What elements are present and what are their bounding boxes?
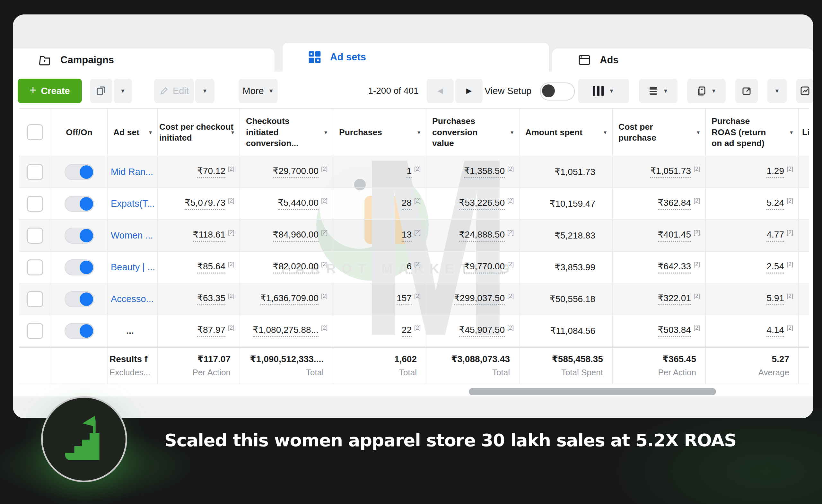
view-setup-toggle[interactable] bbox=[540, 82, 575, 100]
reports-button[interactable]: ▼ bbox=[687, 79, 726, 103]
checkouts-conversion-value: ₹29,700.00 bbox=[273, 166, 319, 178]
table-row: Expats(T... ₹5,079.73[2] ₹5,440.00[2] 28… bbox=[19, 188, 809, 220]
amount-spent-value: ₹1,051.73 bbox=[554, 166, 595, 177]
columns-button[interactable]: ▼ bbox=[578, 79, 629, 103]
roas-value: 1.29 bbox=[766, 166, 784, 178]
tab-ads[interactable]: Ads bbox=[552, 48, 813, 72]
cost-per-purchase-value: ₹1,051.73 bbox=[650, 166, 691, 178]
sort-caret-icon[interactable]: ▼ bbox=[323, 130, 328, 135]
chevron-down-icon: ▼ bbox=[120, 88, 125, 94]
column-header-off-on: Off/On bbox=[51, 109, 107, 156]
toggle-knob bbox=[80, 229, 93, 242]
edit-dropdown-button[interactable]: ▼ bbox=[195, 79, 215, 103]
ad-set-toggle[interactable] bbox=[64, 260, 94, 276]
tab-ads-label: Ads bbox=[600, 54, 619, 66]
column-header-amount-spent[interactable]: Amount spent▼ bbox=[519, 109, 612, 156]
ad-set-toggle[interactable] bbox=[64, 291, 94, 307]
scrollbar-thumb[interactable] bbox=[469, 388, 716, 395]
pencil-icon bbox=[159, 86, 169, 96]
sort-caret-icon[interactable]: ▼ bbox=[416, 130, 421, 135]
breakdown-button[interactable]: ▼ bbox=[639, 79, 678, 103]
ad-set-name-link[interactable]: Women ... bbox=[111, 230, 153, 241]
toggle-knob bbox=[80, 261, 93, 274]
table-row: ... ₹87.97[2] ₹1,080,275.88...[2] 22[2] … bbox=[19, 315, 809, 347]
pagination-range: 1-200 of 401 bbox=[361, 79, 425, 103]
row-checkbox[interactable] bbox=[27, 260, 43, 276]
toolbar: + Create ▼ Edit ▼ More ▼ 1-200 of 401 bbox=[13, 72, 813, 108]
ad-set-name-link[interactable]: Mid Ran... bbox=[111, 166, 153, 177]
row-checkbox[interactable] bbox=[27, 323, 43, 339]
ad-set-toggle[interactable] bbox=[64, 323, 94, 339]
open-external-icon bbox=[741, 86, 752, 96]
ad-set-name-link[interactable]: Accesso... bbox=[111, 294, 154, 304]
row-checkbox[interactable] bbox=[27, 164, 43, 180]
create-button[interactable]: + Create bbox=[18, 79, 82, 103]
view-setup-label: View Setup bbox=[484, 79, 536, 103]
sort-caret-icon[interactable]: ▼ bbox=[148, 130, 153, 135]
screen: M PARROT MARKETING Campaigns bbox=[0, 0, 822, 504]
sort-caret-icon[interactable]: ▼ bbox=[230, 130, 235, 135]
overlapping-windows-icon bbox=[697, 86, 707, 96]
more-button-label: More bbox=[243, 86, 264, 96]
column-header-purchases-conversion-value[interactable]: Purchases conversion value▼ bbox=[426, 109, 519, 156]
tabs-strip: Campaigns Ad sets Ads bbox=[13, 14, 813, 72]
sort-caret-icon[interactable]: ▼ bbox=[509, 130, 514, 135]
tab-campaigns-label: Campaigns bbox=[60, 54, 114, 66]
summary-note: Excludes... bbox=[109, 368, 150, 378]
cost-per-checkout-value: ₹70.12 bbox=[197, 166, 226, 178]
purchases-value: 1 bbox=[407, 166, 412, 178]
chevron-down-icon: ▼ bbox=[775, 88, 780, 94]
select-all-checkbox[interactable] bbox=[27, 124, 43, 140]
purchases-conversion-value: ₹1,358.50 bbox=[464, 166, 505, 178]
row-checkbox[interactable] bbox=[27, 227, 43, 243]
summary-row: Results f Excludes... ₹117.07Per Action … bbox=[19, 347, 809, 384]
summary-title: Results f bbox=[109, 354, 147, 364]
attribution-marker: [2] bbox=[228, 166, 235, 172]
next-page-button[interactable]: ▶ bbox=[455, 79, 483, 103]
column-header-cost-per-purchase[interactable]: Cost per purchase▼ bbox=[612, 109, 706, 156]
column-header-purchases[interactable]: Purchases▼ bbox=[333, 109, 426, 156]
duplicate-dropdown-button[interactable]: ▼ bbox=[114, 79, 132, 103]
table-row: Women ... ₹118.61[2] ₹84,960.00[2] 13[2]… bbox=[19, 220, 809, 252]
plus-icon: + bbox=[30, 83, 36, 97]
more-button[interactable]: More ▼ bbox=[239, 79, 278, 103]
column-header-purchase-roas[interactable]: Purchase ROAS (return on ad spend)▼ bbox=[706, 109, 799, 156]
toggle-knob bbox=[80, 293, 93, 306]
charts-button[interactable] bbox=[796, 79, 813, 103]
column-header-checkouts-conversion[interactable]: Checkouts initiated conversion...▼ bbox=[240, 109, 333, 156]
table-row: Mid Ran... ₹70.12[2] ₹29,700.00[2] 1[2] … bbox=[19, 156, 809, 188]
create-button-label: Create bbox=[41, 86, 70, 96]
ad-set-toggle[interactable] bbox=[64, 196, 94, 212]
sort-caret-icon[interactable]: ▼ bbox=[696, 130, 701, 135]
chevron-down-icon: ▼ bbox=[711, 88, 717, 94]
column-header-truncated: Li bbox=[799, 109, 809, 156]
row-checkbox[interactable] bbox=[27, 291, 43, 307]
sort-caret-icon[interactable]: ▼ bbox=[789, 130, 794, 135]
chevron-down-icon: ▼ bbox=[663, 88, 669, 94]
export-dropdown-button[interactable]: ▼ bbox=[767, 79, 787, 103]
card-footer bbox=[13, 397, 813, 418]
ad-set-toggle[interactable] bbox=[64, 227, 94, 243]
row-checkbox[interactable] bbox=[27, 196, 43, 212]
chevron-down-icon: ▼ bbox=[202, 88, 208, 94]
ad-set-name-link[interactable]: Beauty | ... bbox=[111, 262, 155, 273]
ad-set-name-link[interactable]: Expats(T... bbox=[111, 198, 155, 209]
column-header-cost-per-checkout[interactable]: Cost per checkout initiated▼ bbox=[158, 109, 240, 156]
toggle-knob bbox=[80, 197, 93, 210]
export-button[interactable] bbox=[735, 79, 758, 103]
tab-campaigns[interactable]: Campaigns bbox=[13, 48, 275, 72]
tab-ad-sets-label: Ad sets bbox=[330, 51, 366, 63]
chevron-down-icon: ▼ bbox=[609, 88, 614, 94]
column-header-ad-set[interactable]: Ad set▼ bbox=[107, 109, 158, 156]
growth-stairs-flag-icon bbox=[57, 412, 111, 466]
ad-set-toggle[interactable] bbox=[64, 164, 94, 180]
sort-caret-icon[interactable]: ▼ bbox=[603, 130, 607, 135]
edit-button-label: Edit bbox=[173, 86, 189, 96]
tab-ad-sets[interactable]: Ad sets bbox=[283, 43, 549, 72]
edit-button[interactable]: Edit bbox=[154, 79, 194, 103]
duplicate-button[interactable] bbox=[90, 79, 112, 103]
ad-set-name-ellipsis: ... bbox=[111, 326, 134, 336]
breakdown-icon bbox=[648, 86, 659, 96]
duplicate-icon bbox=[96, 86, 106, 96]
previous-page-button[interactable]: ◀ bbox=[427, 79, 454, 103]
